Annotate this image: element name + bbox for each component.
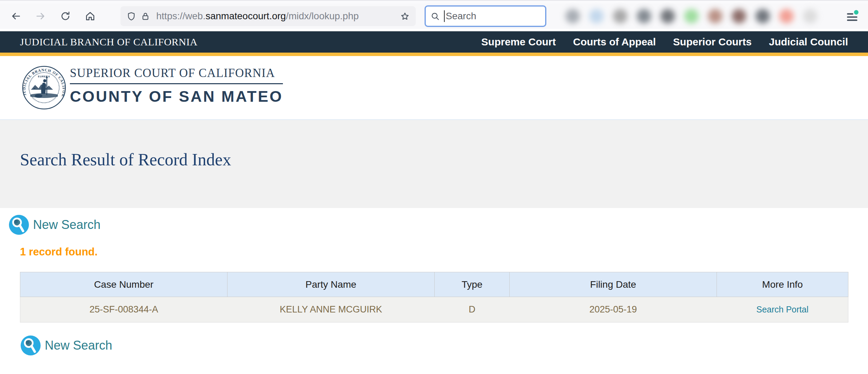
court-seal-logo: JUDICIAL BRANCH OF CALIFORNIA EUREKA	[21, 65, 67, 110]
extension-icon[interactable]	[565, 9, 580, 23]
browser-menu-button[interactable]	[843, 7, 861, 25]
column-header-type: Type	[435, 272, 510, 297]
cell-type: D	[435, 297, 510, 322]
extension-icon[interactable]	[660, 9, 675, 23]
gold-accent-bar	[0, 53, 868, 56]
result-count: 1 record found.	[20, 246, 868, 258]
new-search-link-bottom[interactable]: New Search	[21, 336, 112, 355]
nav-link-courts-of-appeal[interactable]: Courts of Appeal	[573, 36, 656, 48]
home-button[interactable]	[81, 7, 100, 26]
table-header-row: Case Number Party Name Type Filing Date …	[20, 272, 848, 297]
seal-motto: EUREKA	[38, 75, 50, 78]
url-bar[interactable]: https://web.sanmateocourt.org/midx/looku…	[120, 6, 416, 26]
cell-party-name: KELLY ANNE MCGUIRK	[227, 297, 435, 322]
cell-case-number: 25-SF-008344-A	[20, 297, 227, 322]
extension-icon[interactable]	[589, 9, 604, 23]
new-search-label: New Search	[33, 218, 100, 232]
extension-icons	[565, 9, 817, 23]
url-scheme: https://web.	[156, 11, 205, 21]
page-title: Search Result of Record Index	[0, 120, 868, 169]
nav-link-supreme-court[interactable]: Supreme Court	[481, 36, 556, 48]
new-search-icon	[9, 215, 29, 235]
browser-chrome: https://web.sanmateocourt.org/midx/looku…	[0, 0, 868, 29]
results-section: New Search 1 record found. Case Number P…	[0, 208, 868, 357]
column-header-more-info: More Info	[717, 272, 848, 297]
page-heading-band: Search Result of Record Index	[0, 119, 868, 208]
back-arrow-icon	[10, 11, 21, 22]
tab-strip[interactable]	[0, 0, 868, 3]
notification-dot	[854, 10, 858, 14]
column-header-case-number: Case Number	[20, 272, 227, 297]
nav-link-judicial-council[interactable]: Judicial Council	[769, 36, 848, 48]
column-header-filing-date: Filing Date	[510, 272, 717, 297]
url-domain: sanmateocourt.org	[205, 11, 286, 21]
extension-icon[interactable]	[755, 9, 770, 23]
back-button[interactable]	[6, 7, 25, 26]
text-cursor	[444, 10, 445, 22]
url-text: https://web.sanmateocourt.org/midx/looku…	[156, 11, 359, 22]
records-table: Case Number Party Name Type Filing Date …	[20, 272, 848, 322]
court-name-line2: COUNTY OF SAN MATEO	[70, 88, 283, 106]
cell-filing-date: 2025-05-19	[510, 297, 717, 322]
court-name-line1: SUPERIOR COURT OF CALIFORNIA	[70, 66, 283, 80]
search-portal-link[interactable]: Search Portal	[756, 305, 808, 314]
new-search-icon	[21, 336, 41, 355]
shield-icon[interactable]	[127, 12, 136, 21]
search-placeholder: Search	[446, 11, 476, 22]
browser-search-input[interactable]: Search	[425, 6, 546, 27]
browser-toolbar: https://web.sanmateocourt.org/midx/looku…	[0, 3, 868, 29]
home-icon	[85, 11, 96, 22]
reload-button[interactable]	[56, 7, 75, 26]
url-path: /midx/lookup.php	[286, 11, 359, 21]
court-name: SUPERIOR COURT OF CALIFORNIA COUNTY OF S…	[70, 66, 283, 106]
extension-icon[interactable]	[637, 9, 651, 23]
court-brand-header: JUDICIAL BRANCH OF CALIFORNIA EUREKA SUP…	[0, 56, 868, 119]
extension-icon[interactable]	[803, 9, 817, 23]
judicial-branch-banner: JUDICIAL BRANCH OF CALIFORNIA Supreme Co…	[0, 31, 868, 53]
hamburger-menu-icon	[845, 9, 859, 23]
forward-button[interactable]	[31, 7, 50, 26]
column-header-party-name: Party Name	[227, 272, 435, 297]
search-icon	[431, 12, 440, 21]
cell-more-info: Search Portal	[717, 297, 848, 322]
nav-link-superior-courts[interactable]: Superior Courts	[673, 36, 752, 48]
extension-icon[interactable]	[732, 9, 746, 23]
bookmark-star-icon[interactable]	[400, 12, 410, 21]
forward-arrow-icon	[35, 11, 46, 22]
extension-icon[interactable]	[779, 9, 794, 23]
reload-icon	[60, 11, 71, 22]
extension-icon[interactable]	[613, 9, 627, 23]
browser-window: https://web.sanmateocourt.org/midx/looku…	[0, 0, 868, 374]
page-top-gap	[0, 29, 868, 31]
table-row: 25-SF-008344-A KELLY ANNE MCGUIRK D 2025…	[20, 297, 848, 322]
extension-icon[interactable]	[708, 9, 722, 23]
banner-nav: Supreme Court Courts of Appeal Superior …	[481, 36, 848, 48]
new-search-link-top[interactable]: New Search	[9, 215, 100, 235]
lock-icon[interactable]	[141, 12, 150, 21]
brand-divider	[70, 83, 283, 84]
banner-title: JUDICIAL BRANCH OF CALIFORNIA	[20, 36, 198, 48]
new-search-label: New Search	[45, 338, 112, 353]
extension-icon[interactable]	[684, 9, 699, 23]
